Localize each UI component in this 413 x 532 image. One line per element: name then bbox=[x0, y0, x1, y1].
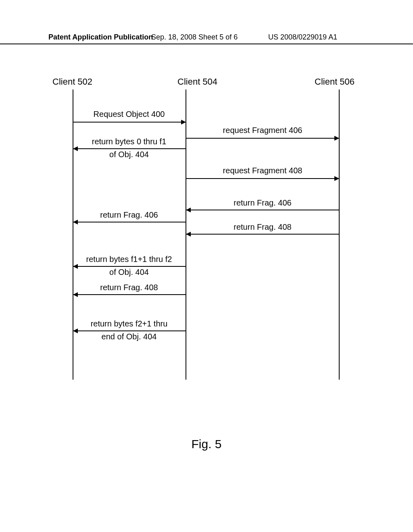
arrow-return-frag-408-left bbox=[73, 294, 186, 295]
arrow-return-frag-406-right bbox=[186, 210, 339, 210]
arrow-request-object-400 bbox=[73, 122, 186, 123]
sequence-diagram: Client 502 Client 504 Client 506 Request… bbox=[40, 77, 371, 439]
arrow-request-fragment-408 bbox=[186, 178, 339, 179]
header-date-sheet: Sep. 18, 2008 Sheet 5 of 6 bbox=[151, 33, 238, 42]
participant-client-506: Client 506 bbox=[315, 77, 355, 87]
arrow-return-frag-406-left bbox=[73, 222, 186, 222]
msg-return-bytes-f1-f2-line1: return bytes f1+1 thru f2 bbox=[73, 255, 186, 264]
lifeline-client-506 bbox=[339, 89, 340, 380]
arrow-return-bytes-f1-f2 bbox=[73, 266, 186, 267]
msg-request-object-400: Request Object 400 bbox=[73, 110, 186, 119]
msg-return-frag-408-right: return Frag. 408 bbox=[186, 222, 339, 232]
participant-client-504: Client 504 bbox=[177, 77, 217, 87]
msg-return-bytes-0-f1-line2: of Obj. 404 bbox=[73, 150, 186, 159]
msg-request-fragment-408: request Fragment 408 bbox=[186, 166, 339, 175]
msg-return-frag-406-left: return Frag. 406 bbox=[73, 210, 186, 220]
header-divider bbox=[0, 44, 413, 44]
msg-return-bytes-f2-end-line2: end of Obj. 404 bbox=[73, 332, 186, 341]
arrow-return-bytes-0-f1 bbox=[73, 148, 186, 149]
msg-return-bytes-f1-f2-line2: of Obj. 404 bbox=[73, 268, 186, 277]
participant-client-502: Client 502 bbox=[52, 77, 92, 87]
header-publication: Patent Application Publication bbox=[48, 33, 153, 42]
msg-request-fragment-406: request Fragment 406 bbox=[186, 126, 339, 135]
msg-return-frag-406-right: return Frag. 406 bbox=[186, 198, 339, 208]
figure-caption: Fig. 5 bbox=[0, 437, 413, 451]
arrow-request-fragment-406 bbox=[186, 138, 339, 139]
arrow-return-bytes-f2-end bbox=[73, 330, 186, 331]
header-pub-number: US 2008/0229019 A1 bbox=[268, 33, 337, 42]
arrow-return-frag-408-right bbox=[186, 234, 339, 235]
msg-return-bytes-0-f1-line1: return bytes 0 thru f1 bbox=[73, 137, 186, 146]
msg-return-bytes-f2-end-line1: return bytes f2+1 thru bbox=[73, 319, 186, 328]
msg-return-frag-408-left: return Frag. 408 bbox=[73, 283, 186, 292]
